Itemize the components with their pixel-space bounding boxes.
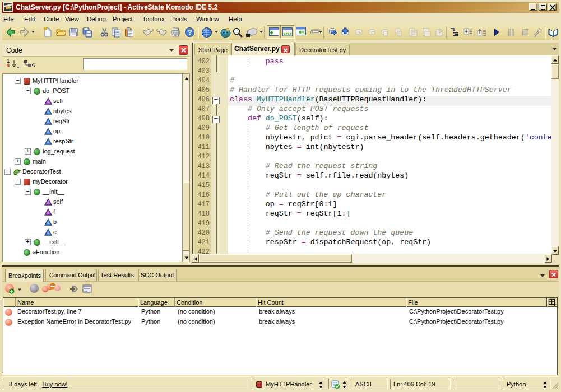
svg-text:?: ?	[188, 29, 192, 36]
